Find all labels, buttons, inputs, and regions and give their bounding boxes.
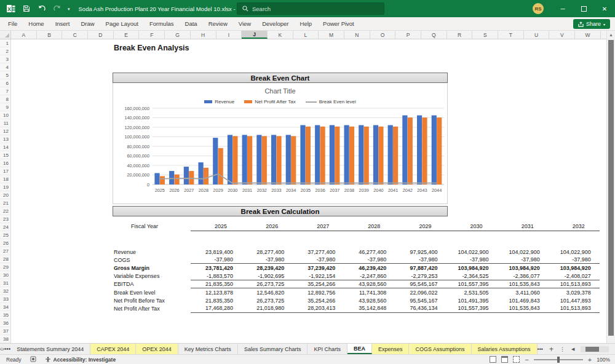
cell-value[interactable]: -2,364,525 [446,272,497,280]
ribbon-tab-page-layout[interactable]: Page Layout [100,17,144,30]
column-header-m[interactable]: M [319,31,344,39]
cell-value[interactable]: 46,277,400 [344,249,395,255]
column-header-b[interactable]: B [37,31,63,39]
cell-value[interactable]: 37,277,400 [293,249,344,255]
column-header-n[interactable]: N [344,31,370,39]
year-header-2031[interactable]: 2031 [498,221,549,231]
column-header-d[interactable]: D [88,31,114,39]
cell-value[interactable]: -1,922,154 [293,272,344,280]
search-input[interactable]: Search [237,2,384,15]
qat-customize-icon[interactable]: ▾ [68,7,70,11]
hscroll-left-icon[interactable]: ◀ [571,347,574,352]
ribbon-tab-insert[interactable]: Insert [50,17,76,30]
zoom-slider-knob[interactable] [557,357,560,363]
row-header-28[interactable]: 28 [0,255,10,263]
ribbon-tab-draw[interactable]: Draw [75,17,100,30]
row-header-5[interactable]: 5 [0,71,10,79]
cell-value[interactable]: -1,902,695 [242,272,293,280]
row-header-3[interactable]: 3 [0,55,10,63]
horizontal-scrollbar-thumb[interactable] [585,347,599,352]
cell-value[interactable]: 35,254,266 [293,280,344,288]
redo-icon[interactable] [52,4,62,14]
row-header-24[interactable]: 24 [0,223,10,231]
cell-value[interactable]: -2,408,027 [549,272,600,280]
excel-app-icon[interactable]: X [6,4,16,14]
row-header-14[interactable]: 14 [0,143,10,151]
cell-value[interactable]: 12,123,878 [191,290,242,296]
cell-value[interactable]: 101,557,395 [446,280,497,288]
row-header-36[interactable]: 36 [0,319,10,327]
year-header-2025[interactable]: 2025 [191,221,242,231]
cell-value[interactable]: 104,022,900 [549,249,600,255]
cell-value[interactable]: -37,980 [344,256,395,264]
cell-value[interactable]: -37,980 [446,256,497,264]
cell-value[interactable]: -37,980 [293,256,344,264]
cell-value[interactable]: 101,469,843 [498,298,549,304]
row-header-33[interactable]: 33 [0,295,10,303]
column-header-r[interactable]: R [447,31,473,39]
column-header-l[interactable]: L [293,31,319,39]
sheet-tab-kpi-charts[interactable]: KPI Charts [308,344,347,354]
ribbon-tab-data[interactable]: Data [180,17,203,30]
cell-value[interactable]: 35,142,848 [344,304,395,312]
column-header-w[interactable]: W [575,31,601,39]
undo-icon[interactable] [37,4,47,14]
ribbon-tab-help[interactable]: Help [295,17,318,30]
row-header-6[interactable]: 6 [0,79,10,87]
column-header-j[interactable]: J [242,31,268,39]
cell-value[interactable]: 103,984,920 [498,265,549,271]
cell-value[interactable]: 95,545,167 [395,298,446,304]
close-button[interactable]: ✕ [594,0,615,17]
cell-value[interactable]: 22,096,022 [395,290,446,296]
column-header-i[interactable]: I [216,31,242,39]
cell-value[interactable]: 101,535,843 [498,280,549,288]
column-header-c[interactable]: C [62,31,88,39]
cell-value[interactable]: 104,022,900 [498,249,549,255]
ribbon-tab-formulas[interactable]: Formulas [144,17,180,30]
cell-value[interactable]: 95,545,167 [395,280,446,288]
year-header-2030[interactable]: 2030 [446,221,497,231]
cell-value[interactable]: 101,535,843 [498,304,549,312]
cell-value[interactable]: 97,887,420 [395,265,446,271]
cell-value[interactable]: 46,239,420 [344,265,395,271]
cell-value[interactable]: -2,279,253 [395,272,446,280]
cell-value[interactable]: 21,835,350 [191,298,242,304]
column-header-e[interactable]: E [114,31,140,39]
row-header-7[interactable]: 7 [0,87,10,95]
ribbon-tab-developer[interactable]: Developer [256,17,294,30]
row-header-29[interactable]: 29 [0,263,10,271]
column-header-v[interactable]: V [549,31,575,39]
page-break-view-icon[interactable] [513,356,520,363]
sheet-tab-bea[interactable]: BEA [347,344,372,354]
ribbon-tab-file[interactable]: File [2,17,23,30]
tabs-more-icon[interactable]: ••• [4,344,11,354]
year-header-2028[interactable]: 2028 [344,221,395,231]
accessibility-status[interactable]: Accessibility: Investigate [54,357,116,363]
row-header-23[interactable]: 23 [0,215,10,223]
cell-value[interactable]: 26,273,725 [242,280,293,288]
row-header-16[interactable]: 16 [0,159,10,167]
sheet-tab-opex-2044[interactable]: OPEX 2044 [136,344,178,354]
column-header-k[interactable]: K [268,31,293,39]
row-header-31[interactable]: 31 [0,279,10,287]
tab-options-icon[interactable]: ⋮ [560,346,565,352]
cell-value[interactable]: 37,239,420 [293,265,344,271]
column-header-a[interactable]: A [11,31,37,39]
year-header-2026[interactable]: 2026 [242,221,293,231]
cell-value[interactable]: -37,980 [191,256,242,264]
row-header-27[interactable]: 27 [0,247,10,255]
ribbon-tab-home[interactable]: Home [23,17,49,30]
row-header-18[interactable]: 18 [0,175,10,183]
cell-value[interactable]: 21,835,350 [191,280,242,288]
horizontal-scrollbar[interactable] [581,346,609,352]
scroll-up-icon[interactable]: ▲ [607,31,615,39]
cell-value[interactable]: 23,819,400 [191,249,242,255]
normal-view-icon[interactable] [490,356,496,363]
vertical-scrollbar-thumb[interactable] [608,40,614,336]
cell-value[interactable]: 101,513,893 [549,280,600,288]
cell-value[interactable]: 17,468,280 [191,304,242,312]
column-header-u[interactable]: U [524,31,550,39]
column-header-t[interactable]: T [498,31,524,39]
row-header-12[interactable]: 12 [0,127,10,135]
row-header-13[interactable]: 13 [0,135,10,143]
